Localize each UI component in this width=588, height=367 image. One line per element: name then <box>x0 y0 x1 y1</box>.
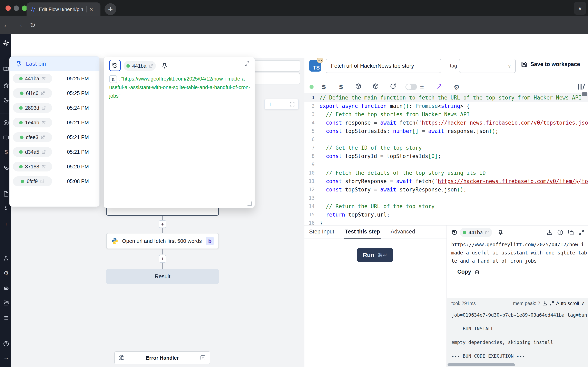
package-icon[interactable] <box>355 83 361 89</box>
last-pin-header[interactable]: Last pin <box>9 57 99 71</box>
reload-icon[interactable]: ↻ <box>26 21 39 29</box>
horizontal-scrollbar-thumb[interactable] <box>448 363 515 366</box>
insert-step-button[interactable]: + <box>159 255 166 263</box>
monitor-icon[interactable] <box>3 134 9 141</box>
history-icon[interactable] <box>452 230 457 235</box>
moon-icon[interactable] <box>3 97 9 103</box>
resize-handle[interactable] <box>247 201 252 206</box>
pin-id-pill[interactable]: 1e4ab <box>13 118 52 127</box>
chevron-down-icon[interactable]: ∨ <box>574 2 586 15</box>
star-icon[interactable] <box>3 82 9 89</box>
hook-icon[interactable] <box>3 205 9 212</box>
tab-step-input[interactable]: Step Input <box>308 225 335 239</box>
wrench-icon[interactable] <box>3 165 9 172</box>
download-icon[interactable] <box>542 301 547 306</box>
file-icon[interactable] <box>3 191 9 197</box>
pin-id-pill[interactable]: 441ba <box>123 61 156 71</box>
pin-id-pill[interactable]: 37188 <box>13 162 52 171</box>
setting-toggle[interactable] <box>406 83 417 90</box>
tab-advanced[interactable]: Advanced <box>390 225 416 239</box>
plus-icon[interactable]: + <box>3 221 9 227</box>
checkmark-icon[interactable]: ✓ <box>581 300 585 306</box>
code-line[interactable]: 6 <box>304 135 588 143</box>
book-icon[interactable] <box>3 66 9 72</box>
external-link-icon[interactable] <box>42 120 46 125</box>
pin-id-pill[interactable]: 441ba <box>13 74 52 83</box>
zoom-in-icon[interactable]: + <box>268 101 272 108</box>
fit-view-icon[interactable] <box>290 101 295 107</box>
tag-select[interactable]: ∨ <box>459 59 516 73</box>
result-id-pill[interactable]: 441ba <box>460 228 492 237</box>
code-line[interactable]: 10 // Fetch the details of the top story… <box>304 169 588 177</box>
user-icon[interactable] <box>3 255 9 261</box>
pin-list-item[interactable]: 441ba 05:25 PM <box>9 71 99 86</box>
info-icon[interactable] <box>557 230 563 235</box>
back-icon[interactable]: ← <box>0 21 13 29</box>
pin-id-pill[interactable]: d34a5 <box>13 147 52 157</box>
code-line[interactable]: 7 // Get the ID of the top story <box>304 143 588 152</box>
code-line[interactable]: 11 const storyResponse = await fetch(`ht… <box>304 177 588 185</box>
external-link-icon[interactable] <box>42 150 46 154</box>
pin-icon[interactable] <box>498 230 503 235</box>
pin-list-item[interactable]: 37188 05:20 PM <box>9 159 99 174</box>
forward-icon[interactable]: → <box>13 21 26 29</box>
collapse-sidebar-arrow-icon[interactable]: → <box>3 354 9 361</box>
dollar-icon[interactable]: $ <box>3 149 9 155</box>
save-to-workspace-button[interactable]: Save to workspace <box>521 61 580 67</box>
code-line[interactable]: 13 <box>304 194 588 202</box>
external-link-icon[interactable] <box>41 91 45 95</box>
help-icon[interactable] <box>3 341 9 347</box>
pin-id-pill[interactable]: 6fcf9 <box>13 176 52 186</box>
editor-scrollbar-thumb[interactable] <box>582 92 587 96</box>
code-line[interactable]: 16} <box>304 219 588 225</box>
insert-step-button[interactable]: + <box>159 220 166 228</box>
pin-id-pill[interactable]: 2893d <box>13 103 52 113</box>
pin-list-item[interactable]: 6f1c6 05:25 PM <box>9 86 99 100</box>
plus-minus-icon[interactable]: ± <box>420 83 424 91</box>
code-line[interactable]: 1// Define the main function to fetch th… <box>304 93 588 102</box>
refresh-icon[interactable] <box>390 83 396 89</box>
list-icon[interactable] <box>3 315 9 321</box>
gear-icon[interactable]: ⚙ <box>3 269 9 276</box>
external-link-icon[interactable] <box>485 230 489 234</box>
pin-id-pill[interactable]: cfee3 <box>13 132 52 142</box>
code-line[interactable]: 15 return topStory.url; <box>304 210 588 219</box>
log-panel[interactable]: took 291ms mem peak: 2 Auto scroll ✓ job… <box>447 298 588 367</box>
external-link-icon[interactable] <box>41 135 45 139</box>
windmill-logo[interactable] <box>3 40 9 46</box>
pin-list-item[interactable]: d34a5 05:21 PM <box>9 145 99 159</box>
minimize-window-traffic-light[interactable] <box>14 6 19 11</box>
pin-list-item[interactable]: 2893d 05:24 PM <box>9 100 99 115</box>
concurrency-dollar-icon[interactable]: $ <box>339 83 343 90</box>
history-toggle-button[interactable] <box>109 60 121 71</box>
expand-icon[interactable] <box>549 301 554 306</box>
tab-close-icon[interactable]: × <box>89 6 93 12</box>
tab-test-this-step[interactable]: Test this step <box>344 225 381 239</box>
pin-list-item[interactable]: cfee3 05:21 PM <box>9 130 99 145</box>
add-plus-icon[interactable] <box>200 355 206 361</box>
download-icon[interactable] <box>547 230 553 235</box>
cache-dollar-icon[interactable]: $ <box>322 83 326 90</box>
close-window-traffic-light[interactable] <box>6 6 11 11</box>
code-line[interactable]: 3 // Fetch the top stories from Hacker N… <box>304 110 588 118</box>
auto-scroll-label[interactable]: Auto scroll <box>556 300 579 306</box>
pin-list-item[interactable]: 1e4ab 05:21 PM <box>9 115 99 130</box>
expand-icon[interactable] <box>244 61 250 66</box>
zoom-out-icon[interactable]: − <box>279 101 283 108</box>
external-link-icon[interactable] <box>149 64 153 68</box>
code-line[interactable]: 12 const topStory = await storyResponse.… <box>304 185 588 194</box>
flow-step-node[interactable]: Open url and fetch first 500 words of ..… <box>106 233 219 249</box>
code-line[interactable]: 14 // Return the URL of the top story <box>304 202 588 210</box>
fullscreen-icon[interactable] <box>579 230 584 235</box>
external-link-icon[interactable] <box>42 165 46 169</box>
browser-tab[interactable]: Edit Flow u/henri/pin_results × <box>26 2 100 16</box>
external-link-icon[interactable] <box>42 106 46 110</box>
home-icon[interactable] <box>3 119 9 125</box>
gear-icon[interactable]: ⚙ <box>454 83 460 91</box>
new-tab-button[interactable]: + <box>104 3 116 15</box>
ai-magic-wand-icon[interactable] <box>437 83 443 89</box>
robot-icon[interactable] <box>3 285 9 291</box>
code-editor[interactable]: 1// Define the main function to fetch th… <box>304 93 588 225</box>
code-line[interactable]: 2export async function main(): Promise<s… <box>304 102 588 110</box>
pin-icon[interactable] <box>162 63 168 69</box>
